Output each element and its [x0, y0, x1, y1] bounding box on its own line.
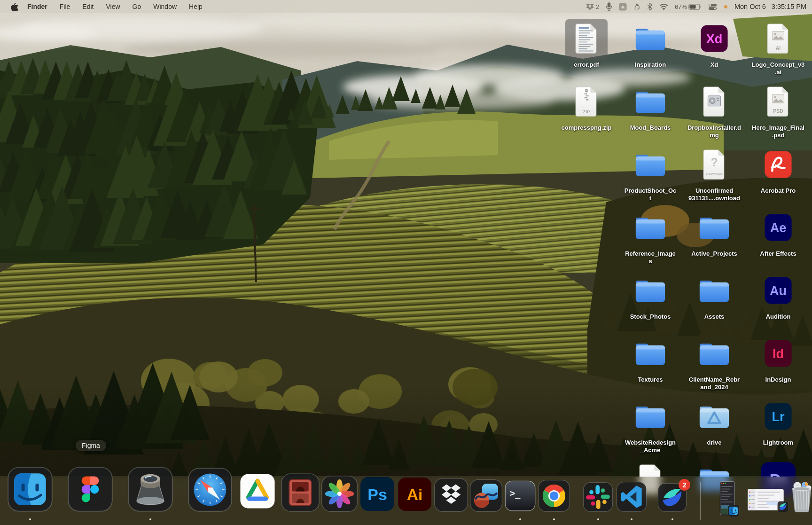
apple-menu-icon[interactable] [8, 2, 21, 11]
dock-photoshop-icon[interactable]: Ps [359, 476, 396, 512]
dropbox-menu-icon[interactable]: 2 [586, 3, 599, 11]
wifi-icon[interactable] [659, 3, 668, 10]
desktop-icon-label: Stock_Photos [630, 313, 671, 321]
dock-photos-icon[interactable] [321, 475, 358, 512]
app-id-icon: Id [764, 339, 793, 370]
desktop-icon-stock-photos[interactable]: Stock_Photos [619, 271, 681, 321]
desktop-icon-label: WebsiteRedesign _Acme [625, 439, 676, 454]
app-lr-icon: Lr [764, 402, 793, 433]
desktop-icon-active-projects[interactable]: Active_Projects [683, 208, 745, 258]
desktop-icon-label: Textures [638, 376, 663, 384]
folder-icon [633, 339, 668, 370]
folder-icon [633, 276, 668, 307]
dock-illustrator-icon[interactable]: Ai [397, 476, 433, 512]
desktop-icon-mood-boards[interactable]: Mood_Boards [619, 82, 681, 132]
desktop-icon-label: Logo_Concept_v3 .ai [752, 61, 805, 76]
llama-menu-icon[interactable] [633, 2, 640, 11]
running-indicator-dot [149, 518, 151, 520]
desktop-icon-error-pdf[interactable]: error.pdf [555, 19, 617, 69]
svg-text:Au: Au [770, 283, 787, 298]
dock-dropbox-icon[interactable] [434, 478, 468, 512]
running-indicator-dot [29, 518, 31, 520]
folder-icon [633, 87, 668, 118]
menu-item-help[interactable]: Help [183, 0, 209, 13]
dock-figma-icon[interactable] [67, 466, 113, 512]
desktop-icon-acrobat-pro[interactable]: Acrobat Pro [747, 145, 809, 195]
dock-terminal-icon[interactable]: >_ [504, 479, 537, 512]
desktop-icon-logo-concept-v3[interactable]: AI Logo_Concept_v3 .ai [747, 19, 809, 76]
desktop-icon-audition[interactable]: Au Audition [747, 271, 809, 321]
desktop-icon-label: ProductShoot_Oc t [625, 187, 677, 202]
dock-photobooth-icon[interactable] [281, 473, 320, 512]
control-center-icon[interactable] [708, 3, 717, 10]
desktop-icon-label: Inspiration [635, 61, 666, 69]
menu-item-view[interactable]: View [100, 0, 126, 13]
desktop-icon-dropboxinstaller-d[interactable]: DropboxInstaller.d mg [683, 82, 745, 139]
desktop-icon-label: Unconfirmed 931131....ownload [688, 187, 740, 202]
minimized-spark-window[interactable] [748, 489, 784, 512]
dock-whiteboard-icon[interactable] [469, 479, 503, 512]
minimized-finder-window[interactable] [720, 481, 735, 517]
dock-divider [700, 482, 701, 520]
desktop-icon-websiteredesign[interactable]: WebsiteRedesign _Acme [619, 397, 681, 454]
dock-gdrive-icon[interactable] [236, 470, 279, 512]
svg-text:Ai: Ai [407, 486, 423, 503]
desktop-icon-inspiration[interactable]: Inspiration [619, 19, 681, 69]
dock-chrome-icon[interactable] [538, 479, 570, 512]
app-acrobat-icon [764, 150, 793, 181]
menu-item-finder[interactable]: Finder [21, 0, 54, 13]
svg-text:CRDOWNLOAD: CRDOWNLOAD [706, 173, 723, 175]
dock-finder-icon[interactable] [7, 466, 53, 512]
desktop-icon-unconfirmed[interactable]: ? CRDOWNLOAD Unconfirmed 931131....ownlo… [683, 145, 745, 202]
menu-item-window[interactable]: Window [147, 0, 183, 13]
dock-vscode-icon[interactable] [616, 481, 647, 512]
menu-clock[interactable]: Mon Oct 6 3:35:15 PM [734, 3, 806, 10]
menu-item-edit[interactable]: Edit [76, 0, 100, 13]
notification-badge: 2 [679, 479, 690, 491]
svg-text:PSD: PSD [773, 109, 783, 114]
desktop-icon-assets[interactable]: Assets [683, 271, 745, 321]
desktop-icon-clientname-rebr[interactable]: ClientName_Rebr and_2024 [683, 334, 745, 391]
desktop-icon-label: ClientName_Rebr and_2024 [689, 376, 740, 391]
desktop-icon-after-effects[interactable]: Ae After Effects [747, 208, 809, 258]
trash-icon[interactable] [789, 480, 812, 514]
svg-text:Xd: Xd [706, 31, 723, 46]
folder-icon [633, 150, 668, 181]
drive-sync-menu-icon[interactable] [619, 3, 627, 11]
microphone-icon[interactable] [606, 2, 612, 11]
running-indicator-dot [597, 518, 599, 520]
desktop-icon-lightroom[interactable]: Lr Lightroom [747, 397, 809, 447]
desktop-icon-hero-image-final[interactable]: PSD Hero_Image_Final .psd [747, 82, 809, 139]
running-indicator-dot [631, 518, 632, 520]
desktop-icon-compresspng-zip[interactable]: ZIP compresspng.zip [555, 82, 617, 132]
dock-safari-icon[interactable] [187, 467, 233, 512]
menu-item-file[interactable]: File [54, 0, 77, 13]
desktop-icon-label: Assets [704, 313, 725, 321]
dock-slack-icon[interactable] [583, 482, 613, 512]
focus-dot-icon[interactable] [724, 5, 728, 9]
desktop-icon-reference-image[interactable]: Reference_Image s [619, 208, 681, 265]
desktop-icon-label: Mood_Boards [630, 124, 671, 132]
desktop-icon-label: Acrobat Pro [761, 187, 796, 195]
svg-text:>_: >_ [510, 488, 521, 499]
svg-text:Ps: Ps [367, 486, 387, 503]
file-zip-icon: ZIP [574, 86, 599, 119]
app-ae-icon: Ae [764, 213, 793, 244]
desktop-icon-textures[interactable]: Textures [619, 334, 681, 384]
menu-item-go[interactable]: Go [126, 0, 148, 13]
file-ai-icon: AI [765, 23, 791, 56]
svg-text:AI: AI [776, 46, 781, 51]
desktop-icon-xd[interactable]: Xd Xd [683, 19, 745, 69]
app-au-icon: Au [764, 276, 793, 307]
bluetooth-icon[interactable] [647, 3, 653, 11]
desktop-icon-label: Audition [766, 313, 791, 321]
dock-tooltip: Figma [76, 440, 106, 451]
desktop-icon-label: Xd [710, 61, 718, 69]
finder-badge-icon [727, 505, 740, 519]
folder-icon [697, 213, 732, 244]
desktop-icon-productshoot-oc[interactable]: ProductShoot_Oc t [619, 145, 681, 202]
dock-loupe-icon[interactable] [127, 466, 173, 512]
battery-indicator[interactable]: 67% [675, 3, 702, 10]
desktop-icon-indesign[interactable]: Id InDesign [747, 334, 809, 384]
desktop-icon-drive[interactable]: drive [683, 397, 745, 447]
